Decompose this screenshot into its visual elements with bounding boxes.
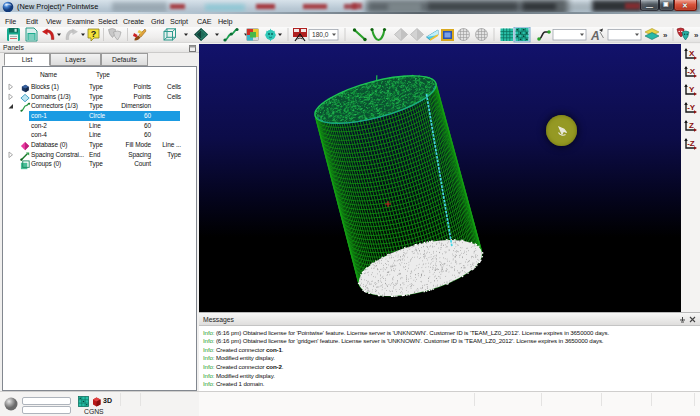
svg-text:-Y: -Y [687,103,696,112]
svg-text:-Z: -Z [687,139,695,148]
svg-text:?: ? [91,29,97,39]
svg-text:-X: -X [687,67,696,76]
svg-text:X: X [689,49,695,58]
svg-text:A: A [590,29,600,43]
svg-text:Y: Y [689,85,695,94]
svg-text:Z: Z [689,121,694,130]
svg-text:»: » [694,31,699,40]
svg-text:180,0: 180,0 [312,31,329,38]
svg-text:»: » [663,31,668,40]
